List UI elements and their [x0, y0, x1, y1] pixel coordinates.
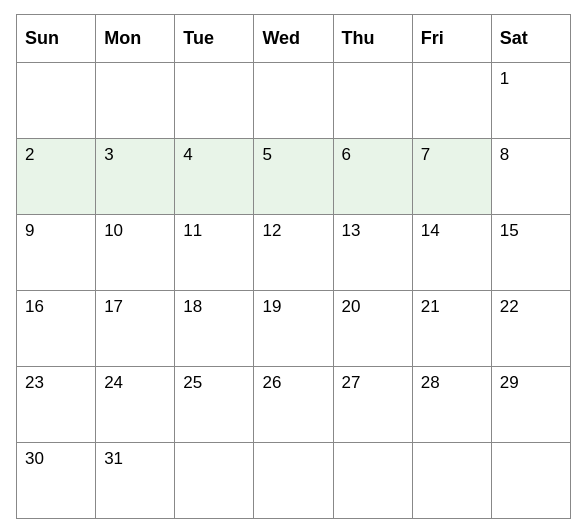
calendar-cell: 18 [175, 290, 254, 366]
day-number: 3 [104, 145, 166, 165]
calendar-header-wed: Wed [254, 14, 333, 62]
day-number: 30 [25, 449, 87, 469]
calendar-cell: 3 [96, 138, 175, 214]
day-number: 21 [421, 297, 483, 317]
calendar-cell: 11 [175, 214, 254, 290]
calendar-cell [175, 62, 254, 138]
day-number: 8 [500, 145, 562, 165]
calendar-header-sat: Sat [491, 14, 570, 62]
calendar-row: 2345678 [17, 138, 571, 214]
calendar-cell: 14 [412, 214, 491, 290]
calendar-cell [254, 62, 333, 138]
day-number: 18 [183, 297, 245, 317]
day-number: 4 [183, 145, 245, 165]
day-number: 1 [500, 69, 562, 89]
calendar-cell: 6 [333, 138, 412, 214]
calendar-row: 16171819202122 [17, 290, 571, 366]
calendar-cell [175, 442, 254, 518]
calendar-cell: 9 [17, 214, 96, 290]
calendar-header-mon: Mon [96, 14, 175, 62]
day-number: 9 [25, 221, 87, 241]
day-number: 25 [183, 373, 245, 393]
calendar-cell: 5 [254, 138, 333, 214]
calendar-header-fri: Fri [412, 14, 491, 62]
day-number: 28 [421, 373, 483, 393]
day-number: 12 [262, 221, 324, 241]
calendar-cell: 16 [17, 290, 96, 366]
calendar-cell: 17 [96, 290, 175, 366]
calendar-cell: 21 [412, 290, 491, 366]
day-number: 24 [104, 373, 166, 393]
calendar-cell [412, 442, 491, 518]
day-number: 11 [183, 221, 245, 241]
calendar-row: 9101112131415 [17, 214, 571, 290]
day-number: 16 [25, 297, 87, 317]
day-number: 5 [262, 145, 324, 165]
calendar-cell: 15 [491, 214, 570, 290]
calendar-cell [412, 62, 491, 138]
day-number: 29 [500, 373, 562, 393]
calendar-row: 23242526272829 [17, 366, 571, 442]
calendar-header-sun: Sun [17, 14, 96, 62]
calendar-cell [333, 442, 412, 518]
day-number: 10 [104, 221, 166, 241]
day-number: 22 [500, 297, 562, 317]
calendar-cell: 10 [96, 214, 175, 290]
calendar-header-tue: Tue [175, 14, 254, 62]
calendar-cell [254, 442, 333, 518]
calendar-cell: 26 [254, 366, 333, 442]
day-number: 20 [342, 297, 404, 317]
calendar-cell: 13 [333, 214, 412, 290]
calendar-table: SunMonTueWedThuFriSat 123456789101112131… [16, 14, 571, 519]
day-number: 13 [342, 221, 404, 241]
calendar-cell: 30 [17, 442, 96, 518]
calendar-cell: 4 [175, 138, 254, 214]
calendar-cell [491, 442, 570, 518]
day-number: 2 [25, 145, 87, 165]
calendar-header-thu: Thu [333, 14, 412, 62]
day-number: 17 [104, 297, 166, 317]
calendar-cell [17, 62, 96, 138]
day-number: 23 [25, 373, 87, 393]
calendar-cell: 7 [412, 138, 491, 214]
calendar-cell: 2 [17, 138, 96, 214]
calendar-row: 3031 [17, 442, 571, 518]
calendar-cell: 23 [17, 366, 96, 442]
calendar-cell: 31 [96, 442, 175, 518]
day-number: 15 [500, 221, 562, 241]
day-number: 19 [262, 297, 324, 317]
day-number: 6 [342, 145, 404, 165]
calendar-cell: 20 [333, 290, 412, 366]
day-number: 31 [104, 449, 166, 469]
day-number: 27 [342, 373, 404, 393]
day-number: 14 [421, 221, 483, 241]
calendar-cell: 22 [491, 290, 570, 366]
calendar-cell: 29 [491, 366, 570, 442]
day-number: 7 [421, 145, 483, 165]
calendar-row: 1 [17, 62, 571, 138]
calendar-cell: 25 [175, 366, 254, 442]
calendar-cell: 1 [491, 62, 570, 138]
calendar-cell: 28 [412, 366, 491, 442]
calendar-cell: 12 [254, 214, 333, 290]
calendar-cell: 19 [254, 290, 333, 366]
calendar-cell [96, 62, 175, 138]
day-number: 26 [262, 373, 324, 393]
calendar-cell [333, 62, 412, 138]
calendar-cell: 8 [491, 138, 570, 214]
calendar-cell: 24 [96, 366, 175, 442]
calendar-cell: 27 [333, 366, 412, 442]
